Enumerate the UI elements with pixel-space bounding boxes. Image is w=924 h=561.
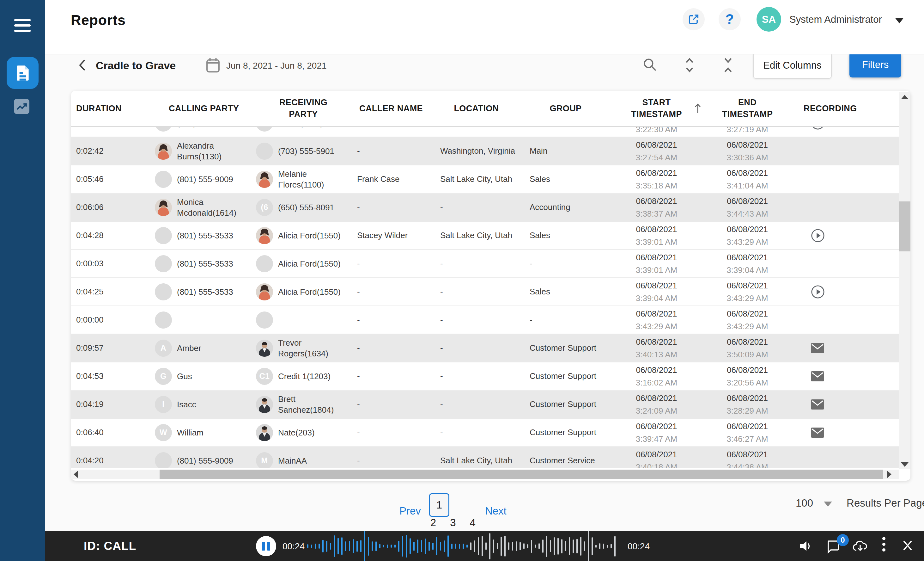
end-timestamp-cell: 06/08/20213:30:36 AM	[703, 138, 792, 164]
group-cell: Accounting	[521, 202, 610, 212]
per-page-caret-icon[interactable]	[824, 502, 832, 507]
search-button[interactable]	[642, 56, 658, 74]
hamburger-menu-button[interactable]	[14, 19, 31, 33]
caller-name-cell: -	[351, 202, 431, 212]
download-button[interactable]	[852, 538, 868, 555]
column-header-recording[interactable]: RECORDING	[792, 103, 899, 114]
page-button-4[interactable]: 4	[470, 517, 476, 528]
search-icon	[642, 56, 658, 73]
column-header-end_timestamp[interactable]: END TIMESTAMP	[703, 97, 792, 120]
table-row[interactable]: 0:00:00---06/08/20213:43:29 AM06/08/2021…	[71, 306, 899, 334]
table-row[interactable]: 0:04:19IIsaccBrett Sanchez(1804)--Custom…	[71, 391, 899, 419]
start-time: 3:43:29 AM	[610, 320, 703, 333]
column-header-caller_name[interactable]: CALLER NAME	[351, 103, 431, 114]
recording-cell	[792, 371, 899, 382]
close-player-button[interactable]	[901, 538, 915, 554]
vertical-scrollbar-thumb[interactable]	[899, 202, 910, 251]
edit-columns-button[interactable]: Edit Columns	[753, 52, 832, 79]
scroll-right-arrow-icon[interactable]	[887, 471, 891, 478]
expand-rows-button[interactable]	[681, 56, 698, 75]
avatar: A	[155, 340, 172, 357]
user-name: System Administrator	[789, 14, 882, 25]
voicemail-button[interactable]	[810, 399, 825, 410]
receiving-party-cell: Melanie Flores(1100)	[256, 168, 351, 190]
calendar-icon[interactable]	[206, 57, 220, 75]
comments-button[interactable]: 0	[825, 538, 841, 555]
column-header-group[interactable]: GROUP	[521, 103, 610, 114]
page-button-2[interactable]: 2	[430, 517, 436, 528]
more-options-button[interactable]	[882, 537, 885, 554]
per-page-value[interactable]: 100	[796, 497, 813, 509]
pause-button[interactable]	[256, 536, 276, 556]
table-row[interactable]: 0:04:53GGusC1Credit 1(1203)--Customer Su…	[71, 362, 899, 391]
voicemail-button[interactable]	[810, 343, 825, 353]
table-row[interactable]: 0:02:42Alexandra Burns(1130)(703) 555-59…	[71, 137, 899, 165]
table-row[interactable]: 0:04:28(801) 555-3533Alicia Ford(1550)St…	[71, 222, 899, 250]
sort-ascending-icon[interactable]	[694, 103, 702, 114]
caller-name-cell: -	[351, 399, 431, 409]
end-date: 06/08/2021	[703, 335, 792, 348]
user-menu-caret-icon[interactable]	[895, 18, 904, 23]
avatar	[256, 311, 273, 329]
avatar	[256, 340, 273, 357]
volume-button[interactable]	[798, 538, 813, 555]
column-header-start_timestamp[interactable]: START TIMESTAMP	[610, 97, 703, 120]
waveform-bar	[485, 542, 487, 550]
audio-waveform[interactable]	[307, 531, 620, 561]
waveform-bar	[315, 544, 316, 549]
back-button[interactable]	[77, 58, 88, 74]
scroll-up-arrow-icon[interactable]	[901, 95, 909, 99]
waveform-bar	[463, 544, 464, 549]
voicemail-button[interactable]	[810, 427, 825, 438]
page-button-3[interactable]: 3	[450, 517, 456, 528]
calling-party-cell: WWilliam	[152, 424, 256, 441]
sidebar-item-analytics[interactable]	[14, 99, 29, 114]
help-button[interactable]: ?	[718, 8, 741, 30]
waveform-bar	[576, 539, 578, 553]
start-date: 06/08/2021	[610, 307, 703, 320]
page-button-1[interactable]: 1	[429, 493, 449, 517]
table-row[interactable]: 0:05:46(801) 555-9009Melanie Flores(1100…	[71, 165, 899, 194]
waveform-bar	[561, 539, 562, 553]
duration-cell: 0:00:00	[71, 315, 152, 325]
column-header-calling_party[interactable]: CALLING PARTY	[152, 103, 256, 114]
recording-play-button[interactable]	[810, 127, 825, 130]
horizontal-scrollbar[interactable]	[71, 469, 899, 479]
duration-cell: 0:04:20	[71, 456, 152, 465]
table-row[interactable]: 0:04:25(801) 555-3533Alicia Ford(1550)--…	[71, 278, 899, 306]
horizontal-scrollbar-thumb[interactable]	[160, 469, 883, 479]
table-row[interactable]: 0:04:47(801) 555-7624Harris(1137)Katrina…	[71, 127, 899, 137]
scroll-left-arrow-icon[interactable]	[74, 471, 78, 478]
start-time: 3:22:30 AM	[610, 127, 703, 136]
date-range-picker[interactable]: Jun 8, 2021 - Jun 8, 2021	[226, 61, 327, 71]
vertical-scrollbar[interactable]	[899, 92, 910, 469]
recording-play-button[interactable]	[810, 228, 825, 243]
sidebar-item-reports[interactable]	[7, 57, 39, 89]
table-row[interactable]: 0:06:06Monica Mcdonald(1614)(6(650) 555-…	[71, 194, 899, 222]
scroll-down-arrow-icon[interactable]	[901, 462, 909, 467]
column-header-receiving_party[interactable]: RECEIVING PARTY	[256, 97, 351, 120]
calling-party-cell: Alexandra Burns(1130)	[152, 140, 256, 162]
waveform-bar	[535, 544, 536, 548]
table-row[interactable]: 0:00:03(801) 555-3533Alicia Ford(1550)--…	[71, 250, 899, 278]
duration-cell: 0:00:03	[71, 259, 152, 268]
prev-page-button[interactable]: Prev	[399, 505, 421, 517]
location-cell: -	[431, 259, 521, 268]
user-avatar[interactable]: SA	[756, 7, 781, 32]
next-page-button[interactable]: Next	[485, 505, 507, 517]
column-header-location[interactable]: LOCATION	[431, 103, 521, 114]
column-header-duration[interactable]: DURATION	[71, 103, 152, 114]
table-row[interactable]: 0:06:40WWilliamNate(203)--Customer Suppo…	[71, 419, 899, 447]
recording-play-button[interactable]	[810, 284, 825, 299]
calling-party-label: (801) 555-3533	[177, 259, 254, 269]
filters-button[interactable]: Filters	[849, 52, 901, 77]
voicemail-button[interactable]	[810, 371, 825, 382]
collapse-rows-button[interactable]	[720, 56, 736, 75]
table-row[interactable]: 0:04:20(801) 555-9009MMainAA-Salt Lake C…	[71, 447, 899, 468]
table-row[interactable]: 0:09:57AAmberTrevor Rogers(1634)--Custom…	[71, 334, 899, 362]
end-time: 3:43:29 AM	[703, 236, 792, 248]
avatar	[256, 227, 273, 244]
location-cell: Salt Lake City, Utah	[431, 456, 521, 465]
start-time: 3:27:54 AM	[610, 151, 703, 164]
open-in-new-button[interactable]	[682, 8, 705, 30]
